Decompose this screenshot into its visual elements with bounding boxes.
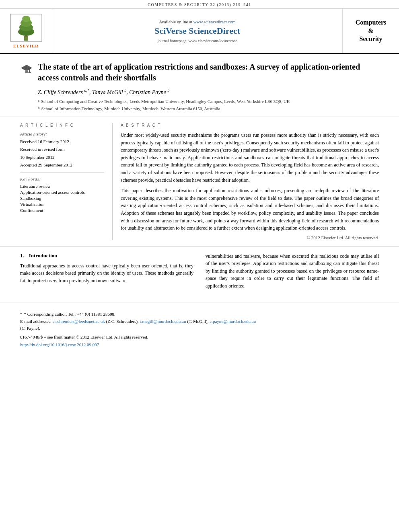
divider [20,173,104,173]
banner-right: Computers&Security [343,9,399,53]
email3-name-line: (C. Payne). [20,325,379,332]
section-1-title: 1. Introduction [20,253,193,259]
banner: ELSEVIER Available online at www.science… [0,9,399,54]
abstract-paragraph-1: Under most widely-used security mechanis… [121,131,379,184]
elsevier-tree-icon [10,14,42,42]
section-1-number: 1. [20,253,24,259]
article-history-label: Article history: [20,131,104,136]
banner-available: Available online at www.sciencedirect.co… [159,19,236,24]
keyword-5: Confinement [20,208,104,213]
body-left-text: Traditional approaches to access control… [20,262,193,285]
body-right-text: vulnerabilities and malware, because whe… [206,253,379,290]
article-info-abstract: A R T I C L E I N F O Article history: R… [0,117,399,246]
main-body: 1. Introduction Traditional approaches t… [0,246,399,298]
body-two-col: 1. Introduction Traditional approaches t… [20,253,379,290]
footer-notes: * * Corresponding author. Tel.: +44 (0) … [0,302,399,355]
affiliation-b: School of Information Technology, Murdoc… [41,105,220,113]
svg-point-5 [22,16,30,22]
article-authors: Z. Cliffe Schreuders a,*, Tanya McGill b… [20,88,379,96]
email-2[interactable]: t.mcgill@murdoch.edu.au [140,319,186,324]
corresponding-author-note: * * Corresponding author. Tel.: +44 (0) … [20,312,379,316]
banner-center: Available online at www.sciencedirect.co… [52,9,343,53]
body-left-col: 1. Introduction Traditional approaches t… [20,253,193,290]
email-1[interactable]: c.schreuders@leedsmet.ac.uk [53,319,105,324]
article-info-heading: A R T I C L E I N F O [20,123,104,127]
keyword-4: Virtualization [20,202,104,207]
svg-marker-8 [21,65,32,71]
footer-separator [20,309,52,309]
journal-title-side: Computers&Security [356,18,386,43]
issn-line: 0167-4048/$ – see front matter © 2012 El… [20,334,379,341]
journal-header: COMPUTERS & SECURITY 32 (2013) 219–241 [0,0,399,9]
email-label: E-mail addresses: [20,319,51,324]
abstract-column: A B S T R A C T Under most widely-used s… [113,123,379,240]
received-date-1: Received 16 February 2012 [20,139,104,145]
abstract-heading: A B S T R A C T [121,123,379,127]
elsevier-logo: ELSEVIER [0,9,52,53]
email3-name: (C. Payne). [20,326,40,331]
affiliation-a: School of Computing and Creative Technol… [41,98,290,105]
mortarboard-icon [20,63,33,76]
affiliations: a School of Computing and Creative Techn… [20,98,379,113]
section-1-heading: Introduction [29,253,58,259]
email-addresses-line: E-mail addresses: c.schreuders@leedsmet.… [20,318,379,325]
abstract-paragraph-2: This paper describes the motivation for … [121,187,379,232]
corresponding-author-text: * Corresponding author. Tel.: +44 (0) 11… [24,312,115,316]
accepted-date: Accepted 29 September 2012 [20,162,104,168]
body-right-col: vulnerabilities and malware, because whe… [206,253,379,290]
star-symbol: * [20,312,23,316]
abstract-text: Under most widely-used security mechanis… [121,131,379,232]
doi-link[interactable]: http://dx.doi.org/10.1016/j.cose.2012.09… [20,342,99,347]
email2-name: (T. McGill), [187,319,208,324]
keyword-1: Literature review [20,184,104,189]
received-date-2: 16 September 2012 [20,154,104,160]
copyright-notice: © 2012 Elsevier Ltd. All rights reserved… [121,235,379,240]
sciencedirect-link[interactable]: www.sciencedirect.com [193,19,236,24]
journal-ref: COMPUTERS & SECURITY 32 (2013) 219–241 [148,2,251,7]
keyword-3: Sandboxing [20,196,104,201]
email1-name: (Z.C. Schreuders), [106,319,139,324]
keywords-label: Keywords: [20,177,104,181]
sciverse-logo: SciVerse ScienceDirect [154,26,240,36]
svg-rect-11 [25,70,28,73]
article-title-section: The state of the art of application rest… [0,54,399,117]
doi-line: http://dx.doi.org/10.1016/j.cose.2012.09… [20,341,379,349]
article-info-column: A R T I C L E I N F O Article history: R… [20,123,113,240]
article-title: The state of the art of application rest… [38,62,379,83]
elsevier-label: ELSEVIER [13,43,39,48]
received-revised-label: Received in revised form [20,146,104,152]
article-icon-title: The state of the art of application rest… [20,62,379,83]
keyword-2: Application-oriented access controls [20,190,104,195]
journal-homepage: journal homepage: www.elsevier.com/locat… [157,39,237,43]
email-3[interactable]: c.payne@murdoch.edu.au [210,319,256,324]
svg-point-10 [29,72,31,73]
